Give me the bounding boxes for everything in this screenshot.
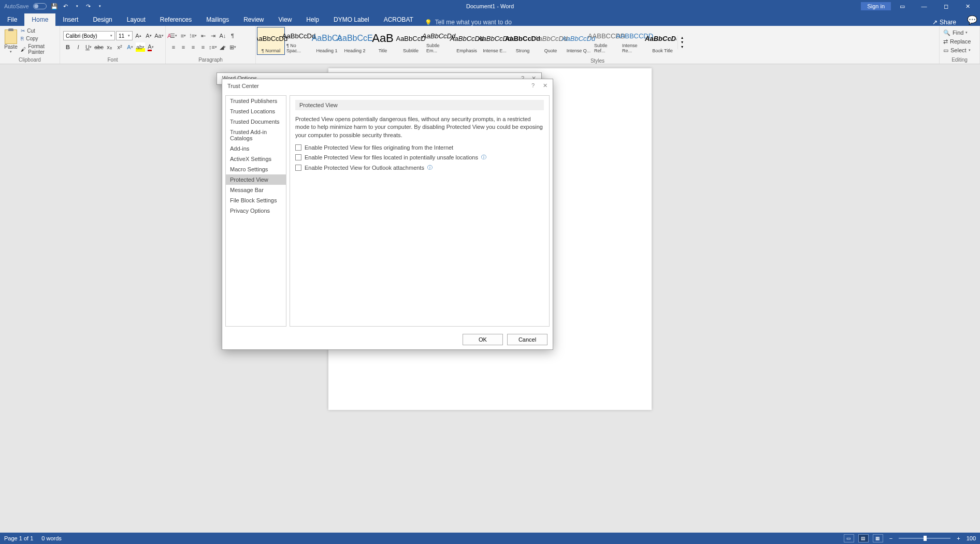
decrease-indent-button[interactable]: ⇤ [198,31,208,40]
replace-button[interactable]: ⇄Replace [943,38,971,46]
text-effects-button[interactable]: A▾ [125,42,135,52]
style-item[interactable]: AABBCCDDIntense Re... [621,27,648,55]
redo-icon[interactable]: ↷ [85,3,92,10]
save-icon[interactable]: 💾 [51,3,58,10]
tab-home[interactable]: Home [24,13,55,26]
web-layout-button[interactable]: ▦ [873,534,883,542]
signin-button[interactable]: Sign in [861,2,891,10]
tab-mailings[interactable]: Mailings [199,13,236,26]
tab-design[interactable]: Design [85,13,119,26]
tc-sidebar-item[interactable]: Macro Settings [226,164,286,174]
highlight-button[interactable]: ab▾ [136,42,145,52]
tc-sidebar-item[interactable]: ActiveX Settings [226,154,286,164]
underline-button[interactable]: U▾ [84,42,93,52]
tc-sidebar-item[interactable]: Add-ins [226,143,286,154]
tc-sidebar-item[interactable]: Trusted Documents [226,116,286,127]
find-button[interactable]: 🔍Find▾ [943,29,971,37]
font-size-combo[interactable]: 11▾ [116,31,133,40]
page-indicator[interactable]: Page 1 of 1 [4,535,33,541]
tab-insert[interactable]: Insert [55,13,85,26]
tc-sidebar-item[interactable]: Trusted Publishers [226,96,286,106]
shading-button[interactable]: ◢▾ [218,42,227,52]
autosave-toggle[interactable] [33,3,47,9]
maximize-icon[interactable]: ◻ [935,0,956,12]
zoom-out-button[interactable]: − [887,535,895,541]
help-icon[interactable]: ? [531,82,535,89]
numbering-button[interactable]: ≡▾ [179,31,188,40]
zoom-slider[interactable] [899,538,950,539]
font-name-combo[interactable]: Calibri (Body)▾ [63,31,115,40]
align-right-button[interactable]: ≡ [189,42,198,52]
change-case-button[interactable]: Aa▾ [154,31,164,40]
tc-sidebar-item[interactable]: File Block Settings [226,195,286,205]
zoom-in-button[interactable]: + [955,535,962,541]
shrink-font-button[interactable]: A▾ [144,31,153,40]
increase-indent-button[interactable]: ⇥ [208,31,218,40]
tab-help[interactable]: Help [299,13,326,26]
multilevel-list-button[interactable]: ⁝≡▾ [189,31,198,40]
superscript-button[interactable]: x² [115,42,124,52]
bullets-button[interactable]: ☰▾ [169,31,178,40]
qat-customize-icon[interactable]: ▾ [96,3,104,10]
tab-references[interactable]: References [153,13,199,26]
paste-dropdown-icon[interactable]: ▾ [10,50,12,54]
show-marks-button[interactable]: ¶ [228,31,237,40]
read-mode-button[interactable]: ▭ [844,534,854,542]
style-item[interactable]: AaBbCcDdStrong [509,27,537,55]
style-item[interactable]: AaBbCcDd¶ No Spac... [285,27,313,55]
tc-sidebar-item[interactable]: Message Bar [226,185,286,195]
share-button[interactable]: ↗ Share [924,19,964,26]
ok-button[interactable]: OK [463,334,503,345]
tab-dymo[interactable]: DYMO Label [326,13,377,26]
styles-expand[interactable]: ▾ [678,45,686,49]
sort-button[interactable]: A↓ [218,31,227,40]
style-item[interactable]: AaBbCcEHeading 2 [341,27,369,55]
borders-button[interactable]: ⊞▾ [228,42,237,52]
print-layout-button[interactable]: ▤ [858,534,869,542]
close-icon[interactable]: ✕ [543,82,547,89]
align-left-button[interactable]: ≡ [169,42,178,52]
copy-button[interactable]: Copy [20,35,56,42]
checkbox-unsafe-locations[interactable] [295,154,301,160]
undo-dropdown-icon[interactable]: ▾ [74,3,81,10]
italic-button[interactable]: I [74,42,83,52]
format-painter-button[interactable]: Format Painter [20,43,56,55]
bold-button[interactable]: B [63,42,73,52]
select-button[interactable]: ▭Select▾ [943,47,971,54]
align-center-button[interactable]: ≡ [179,42,188,52]
tc-sidebar-item[interactable]: Trusted Locations [226,106,286,116]
info-icon[interactable]: ⓘ [427,164,433,171]
cut-button[interactable]: Cut [20,27,56,34]
tab-acrobat[interactable]: ACROBAT [377,13,421,26]
zoom-level[interactable]: 100 [967,535,976,541]
undo-icon[interactable]: ↶ [62,3,69,10]
style-item[interactable]: AaBbCcDdEmphasis [453,27,481,55]
tc-sidebar-item[interactable]: Protected View [226,174,286,185]
tellme-search[interactable]: 💡 Tell me what you want to do [425,19,512,26]
word-count[interactable]: 0 words [41,535,62,541]
style-item[interactable]: AaBbCcDdIntense E... [481,27,509,55]
checkbox-internet[interactable] [295,144,301,151]
checkbox-outlook[interactable] [295,165,301,171]
grow-font-button[interactable]: A▴ [134,31,143,40]
tab-view[interactable]: View [271,13,299,26]
close-icon[interactable]: ✕ [957,0,978,12]
subscript-button[interactable]: x₂ [105,42,114,52]
info-icon[interactable]: ⓘ [481,154,486,161]
tab-file[interactable]: File [0,13,24,26]
styles-scroll-up[interactable]: ▴ [678,35,686,40]
comments-icon[interactable]: 💬 [964,13,980,26]
styles-scroll-down[interactable]: ▾ [678,40,686,45]
style-item[interactable]: AaBbCcDdSubtle Em... [425,27,453,55]
tab-layout[interactable]: Layout [120,13,153,26]
font-color-button[interactable]: A▾ [146,42,155,52]
zoom-thumb[interactable] [924,536,927,541]
style-item[interactable]: AaBTitle [369,27,397,55]
style-item[interactable]: AaBbCcDdQuote [537,27,565,55]
tab-review[interactable]: Review [236,13,271,26]
line-spacing-button[interactable]: ↕≡▾ [208,42,218,52]
minimize-icon[interactable]: — [914,0,934,12]
tc-sidebar-item[interactable]: Trusted Add-in Catalogs [226,127,286,143]
tc-sidebar-item[interactable]: Privacy Options [226,205,286,216]
strikethrough-button[interactable]: abc [94,42,104,52]
